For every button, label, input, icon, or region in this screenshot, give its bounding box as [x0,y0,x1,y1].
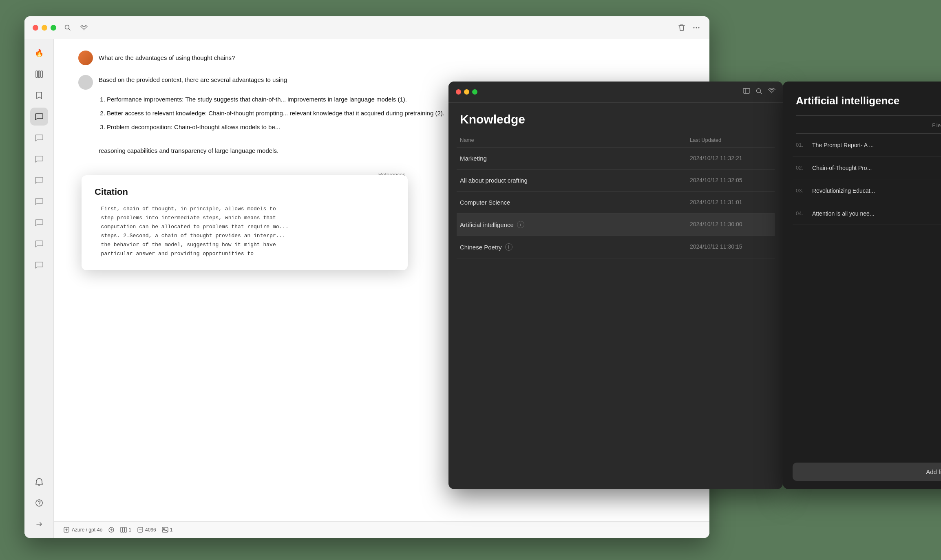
image-badge[interactable]: 1 [162,527,173,533]
knowledge-row-product[interactable]: All about product crafting 2024/10/12 11… [457,170,775,192]
user-message: What are the advantages of using thought… [99,51,685,63]
knowledge-table: Name Last Updated Marketing 2024/10/12 1… [448,133,783,258]
knowledge-col-date: Last Updated [690,137,771,143]
sidebar-item-chat6[interactable] [30,214,48,231]
citation-title: Citation [95,187,395,197]
svg-point-3 [694,27,695,28]
knowledge-traffic-lights [456,89,477,95]
sidebar-item-chat-active[interactable] [30,108,48,126]
svg-rect-18 [743,88,750,93]
svg-point-20 [757,88,761,93]
poetry-info-icon[interactable]: i [505,243,512,251]
ai-file-row-4: 04. Attention is all you nee... 2.1MB [793,202,941,225]
ai-file-row-2: 02. Chain-of-Thought Pro... 870.9KB [793,157,941,179]
ai-file-num-1: 01. [796,142,808,148]
knowledge-row-poetry[interactable]: Chinese Poetry i 2024/10/12 11:30:15 [457,236,775,258]
svg-point-22 [771,92,772,93]
sidebar-item-chat5[interactable] [30,192,48,210]
sidebar-item-chat4[interactable] [30,171,48,189]
titlebar-icons [63,23,89,33]
close-button[interactable] [33,25,38,31]
sidebar-item-bookmark[interactable] [30,86,48,104]
knowledge-title-bar [448,82,783,103]
svg-rect-7 [38,71,40,77]
svg-rect-12 [121,527,122,532]
trash-icon[interactable] [677,23,687,33]
citation-body: First, chain of thought, in principle, a… [95,205,395,259]
sidebar-item-fire[interactable]: 🔥 [30,44,48,62]
wifi-icon [79,23,89,33]
sidebar-item-chat3[interactable] [30,150,48,168]
ai-file-name-1: The Prompt Report- A ... [812,142,941,148]
traffic-lights [33,25,56,31]
ai-detail-header: Artificial intelligence ✕ [783,82,941,115]
ai-file-num-2: 02. [796,165,808,171]
knowledge-row-name-cs: Computer Science [460,199,690,206]
sidebar: 🔥 [24,39,54,538]
chat-input-bar: Azure / gpt-4o 1 [54,521,709,538]
knowledge-row-name-product: All about product crafting [460,177,690,184]
knowledge-row-date-product: 2024/10/12 11:32:05 [690,177,771,184]
model-badge[interactable]: Azure / gpt-4o [64,527,102,533]
sidebar-item-chat2[interactable] [30,129,48,147]
knowledge-close-btn[interactable] [456,89,461,95]
chat-title-bar [24,16,709,39]
knowledge-col-name: Name [460,137,690,143]
knowledge-sidebar-icon[interactable] [743,88,750,96]
svg-point-2 [84,29,84,30]
knowledge-row-marketing[interactable]: Marketing 2024/10/12 11:32:21 [457,148,775,170]
sidebar-item-chat8[interactable] [30,256,48,274]
maximize-button[interactable] [51,25,56,31]
knowledge-title-icons [743,88,775,96]
knowledge-row-date-ai: 2024/10/12 11:30:00 [690,221,771,228]
knowledge-panel: Knowledge Name Last Updated Marketing 20… [448,82,783,489]
citation-popup: Citation First, chain of thought, in pri… [82,175,408,270]
sidebar-item-notifications[interactable] [30,473,48,491]
ai-files-label: Files [783,116,941,133]
ai-file-num-3: 03. [796,187,808,194]
ai-avatar [78,75,93,90]
token-badge[interactable]: 4096 [137,527,156,533]
knowledge-row-cs[interactable]: Computer Science 2024/10/12 11:31:01 [457,192,775,214]
knowledge-search-icon[interactable] [756,88,762,96]
knowledge-row-date-poetry: 2024/10/12 11:30:15 [690,243,771,251]
ai-file-num-4: 04. [796,210,808,216]
sidebar-item-library[interactable] [30,65,48,83]
knowledge-table-header: Name Last Updated [457,133,775,148]
ai-file-name-2: Chain-of-Thought Pro... [812,165,941,171]
enhance-badge[interactable] [108,527,115,533]
search-icon[interactable] [63,23,73,33]
ai-file-row-1: 01. The Prompt Report- A ... 2.9MB [793,134,941,157]
ai-files-list: 01. The Prompt Report- A ... 2.9MB 02. C… [783,134,941,454]
knowledge-header: Knowledge [448,103,783,133]
minimize-button[interactable] [42,25,47,31]
knowledge-min-btn[interactable] [464,89,469,95]
svg-rect-8 [41,71,42,77]
knowledge-max-btn[interactable] [472,89,477,95]
more-options-icon[interactable] [691,23,701,33]
knowledge-row-name-poetry: Chinese Poetry i [460,243,690,251]
user-message-row: What are the advantages of using thought… [78,51,685,65]
knowledge-row-date-marketing: 2024/10/12 11:32:21 [690,155,771,162]
ai-detail-footer: Add files [783,454,941,489]
knowledge-row-name-ai: Artificial intelligence i [460,221,690,228]
user-avatar [78,51,93,65]
context-badge[interactable]: 1 [120,527,131,533]
sidebar-item-help[interactable] [30,494,48,512]
titlebar-right [677,23,701,33]
svg-rect-13 [123,527,124,532]
ai-file-name-3: Revolutionizing Educat... [812,187,941,194]
ai-file-row-3: 03. Revolutionizing Educat... 148.8KB [793,179,941,202]
ai-detail-panel: Artificial intelligence ✕ Files 01. The … [783,82,941,489]
svg-point-4 [696,27,697,28]
sidebar-item-forward[interactable] [30,515,48,533]
knowledge-heading: Knowledge [460,112,771,126]
ai-info-icon[interactable]: i [517,221,524,228]
knowledge-row-date-cs: 2024/10/12 11:31:01 [690,199,771,206]
svg-point-10 [39,505,40,505]
svg-rect-6 [36,71,38,77]
ai-detail-title: Artificial intelligence [796,95,899,107]
sidebar-item-chat7[interactable] [30,235,48,253]
knowledge-row-ai[interactable]: Artificial intelligence i 2024/10/12 11:… [457,214,775,236]
add-files-button[interactable]: Add files [793,463,941,481]
